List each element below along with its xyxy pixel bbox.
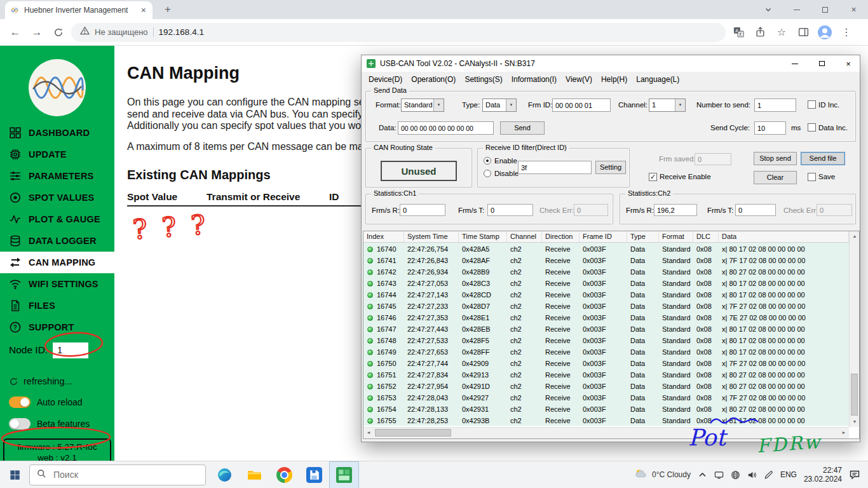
- column-header-index[interactable]: Index: [363, 231, 404, 242]
- sidebar-item-dashboard[interactable]: DASHBOARD: [0, 122, 114, 144]
- table-row[interactable]: 1675222:47:27,9540x4291Dch2Receive0x003F…: [363, 380, 849, 391]
- volume-icon[interactable]: [747, 470, 757, 480]
- send-cycle-input[interactable]: [754, 121, 786, 135]
- column-header-system-time[interactable]: System Time: [404, 231, 459, 242]
- menu-device[interactable]: Device(D): [364, 75, 407, 84]
- can-window-maximize-button[interactable]: [810, 55, 833, 72]
- can-window-minimize-button[interactable]: [783, 55, 806, 72]
- sidebar-item-support[interactable]: ?SUPPORT: [0, 316, 114, 338]
- back-button[interactable]: ←: [6, 24, 24, 41]
- menu-information[interactable]: Information(I): [507, 75, 561, 84]
- table-row[interactable]: 1674222:47:26,9340x428B9ch2Receive0x003F…: [363, 266, 849, 277]
- tab-close-icon[interactable]: ×: [140, 5, 147, 15]
- setting-button[interactable]: Setting: [595, 161, 626, 174]
- column-header-type[interactable]: Type: [627, 231, 659, 242]
- column-header-channel[interactable]: Channel: [507, 231, 542, 242]
- window-close-button[interactable]: ×: [839, 0, 868, 19]
- column-header-time-stamp[interactable]: Time Stamp: [459, 231, 507, 242]
- auto-reload-toggle[interactable]: [9, 396, 31, 408]
- search-input[interactable]: [52, 469, 198, 480]
- table-row[interactable]: 1675422:47:28,1330x42931ch2Receive0x003F…: [363, 403, 849, 414]
- sidebar-item-parameters[interactable]: PARAMETERS: [0, 165, 114, 187]
- chevron-down-icon[interactable]: ▼: [433, 99, 444, 111]
- notifications-icon[interactable]: [849, 469, 860, 480]
- scroll-up-icon[interactable]: ▲: [850, 231, 860, 241]
- new-tab-button[interactable]: +: [160, 3, 175, 18]
- pen-icon[interactable]: [764, 470, 773, 480]
- bookmark-star-icon[interactable]: ☆: [773, 24, 790, 41]
- menu-settings[interactable]: Settings(S): [460, 75, 506, 84]
- filter-id-input[interactable]: [518, 161, 592, 174]
- table-row[interactable]: 1674022:47:26,7540x428A5ch2Receive0x003F…: [363, 243, 849, 254]
- url-bar[interactable]: Не защищено 192.168.4.1: [71, 23, 726, 42]
- column-header-direction[interactable]: Direction: [542, 231, 580, 242]
- scroll-down-icon[interactable]: ▼: [850, 417, 860, 427]
- scroll-right-icon[interactable]: ►: [839, 428, 849, 438]
- format-combobox[interactable]: Standard ▼: [401, 98, 444, 112]
- horizontal-scroll-thumb[interactable]: [375, 429, 451, 437]
- sidebar-item-data-logger[interactable]: DATA LOGGER: [0, 230, 114, 252]
- table-row[interactable]: 1674322:47:27,0530x428C3ch2Receive0x003F…: [363, 277, 849, 288]
- side-panel-icon[interactable]: [794, 24, 812, 41]
- table-row[interactable]: 1674822:47:27,5330x428F5ch2Receive0x003F…: [363, 334, 849, 346]
- sidebar-item-can-mapping[interactable]: CAN MAPPING: [0, 252, 114, 273]
- vertical-scroll-thumb[interactable]: [851, 374, 858, 416]
- profile-avatar[interactable]: [816, 24, 834, 41]
- column-header-dlc[interactable]: DLC: [693, 231, 719, 242]
- display-icon[interactable]: [714, 470, 724, 480]
- table-row[interactable]: 1675322:47:28,0430x42927ch2Receive0x003F…: [363, 391, 849, 403]
- column-header-data[interactable]: Data: [719, 231, 849, 242]
- column-header-format[interactable]: Format: [659, 231, 693, 242]
- weather-widget[interactable]: 0°C Cloudy: [634, 467, 691, 482]
- sidebar-item-update[interactable]: UPDATE: [0, 144, 114, 165]
- can-window-close-button[interactable]: ×: [837, 55, 860, 72]
- channel-combobox[interactable]: 1 ▼: [649, 98, 686, 112]
- data-input[interactable]: [398, 121, 494, 135]
- beta-features-toggle[interactable]: [9, 418, 31, 430]
- refresh-button[interactable]: [50, 24, 67, 41]
- taskbar-app-chrome[interactable]: [269, 461, 299, 488]
- start-button[interactable]: [0, 461, 29, 488]
- taskbar-app-usb-can-tool[interactable]: [329, 461, 359, 488]
- table-row[interactable]: 1674622:47:27,3530x428E1ch2Receive0x003F…: [363, 311, 849, 323]
- table-row[interactable]: 1674422:47:27,1430x428CDch2Receive0x003F…: [363, 288, 849, 300]
- translate-icon[interactable]: A: [729, 24, 747, 41]
- table-row[interactable]: 1674522:47:27,2330x428D7ch2Receive0x003F…: [363, 300, 849, 311]
- chevron-down-icon[interactable]: ▼: [506, 99, 516, 111]
- browser-menu-icon[interactable]: ⋮: [837, 24, 855, 41]
- id-inc-checkbox[interactable]: [808, 100, 816, 109]
- save-checkbox[interactable]: [808, 173, 816, 181]
- enable-radio[interactable]: [484, 157, 491, 165]
- menu-language[interactable]: Language(L): [632, 75, 684, 84]
- scroll-left-icon[interactable]: ◄: [363, 428, 374, 438]
- sidebar-item-files[interactable]: FILES: [0, 295, 114, 316]
- frm-id-input[interactable]: [552, 98, 611, 112]
- clear-button[interactable]: Clear: [754, 171, 797, 184]
- table-row[interactable]: 1674122:47:26,8430x428AFch2Receive0x003F…: [363, 254, 849, 266]
- table-row[interactable]: 1675122:47:27,8340x42913ch2Receive0x003F…: [363, 369, 849, 380]
- send-file-button[interactable]: Send file: [801, 152, 845, 165]
- sidebar-item-plot-gauge[interactable]: PLOT & GAUGE: [0, 208, 114, 230]
- data-inc-checkbox[interactable]: [808, 123, 816, 132]
- stop-send-button[interactable]: Stop send: [754, 152, 797, 165]
- menu-view[interactable]: View(V): [561, 75, 597, 84]
- can-window-title-bar[interactable]: USB-CAN Tool V2.02 - CANalyst-II - SN:B3…: [362, 55, 860, 72]
- sidebar-item-wifi-settings[interactable]: WIFI SETTINGS: [0, 273, 114, 295]
- language-indicator[interactable]: ENG: [780, 470, 797, 479]
- menu-help[interactable]: Help(H): [597, 75, 632, 84]
- type-combobox[interactable]: Data ▼: [482, 98, 517, 112]
- table-row[interactable]: 1674722:47:27,4430x428EBch2Receive0x003F…: [363, 323, 849, 334]
- sidebar-item-spot-values[interactable]: SPOT VALUES: [0, 187, 114, 208]
- chevron-down-icon[interactable]: ▼: [675, 99, 685, 111]
- number-to-send-input[interactable]: [754, 98, 796, 112]
- horizontal-scrollbar[interactable]: ◄ ►: [363, 427, 849, 438]
- column-header-frame-id[interactable]: Frame ID: [580, 231, 627, 242]
- taskbar-app-edge[interactable]: [210, 461, 240, 488]
- share-icon[interactable]: [751, 24, 769, 41]
- vertical-scrollbar[interactable]: ▲ ▼: [849, 231, 859, 427]
- forward-button[interactable]: →: [28, 24, 46, 41]
- send-button[interactable]: Send: [500, 121, 545, 135]
- menu-operation[interactable]: Operation(O): [407, 75, 460, 84]
- disable-radio[interactable]: [484, 170, 491, 177]
- table-row[interactable]: 1675022:47:27,7440x42909ch2Receive0x003F…: [363, 357, 849, 369]
